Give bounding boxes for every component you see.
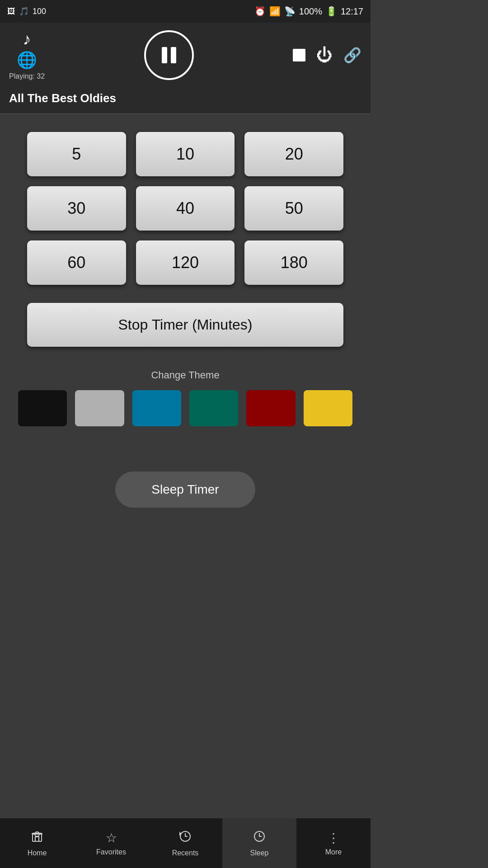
playing-label: Playing: 32	[9, 72, 45, 80]
photo-icon: 🖼	[7, 7, 15, 16]
theme-section: Change Theme	[0, 356, 371, 435]
pause-bar-right	[171, 47, 176, 63]
power-icon[interactable]: ⏻	[316, 46, 333, 65]
status-right-icons: ⏰ 📶 📡 100% 🔋 12:17	[254, 6, 363, 17]
theme-swatch-teal[interactable]	[189, 390, 238, 426]
theme-swatch-gray[interactable]	[75, 390, 124, 426]
header-right: ⏻ 🔗	[293, 46, 361, 65]
recents-icon	[178, 830, 192, 846]
stop-timer-button[interactable]: Stop Timer (Minutes)	[27, 303, 343, 347]
nav-recents-label: Recents	[172, 849, 199, 857]
svg-rect-3	[32, 833, 42, 835]
theme-swatch-yellow[interactable]	[304, 390, 352, 426]
theme-swatch-blue[interactable]	[132, 390, 181, 426]
nav-sleep[interactable]: Sleep	[222, 818, 296, 868]
music-note-icon[interactable]: ♪	[23, 30, 31, 49]
nav-favorites[interactable]: ☆ Favorites	[74, 818, 148, 868]
station-name: All The Best Oldies	[9, 91, 116, 105]
header-center	[144, 30, 194, 80]
pause-button[interactable]	[144, 30, 194, 80]
wifi-icon: 📶	[269, 6, 281, 17]
timer-btn-30[interactable]: 30	[27, 186, 126, 231]
timer-btn-180[interactable]: 180	[244, 241, 343, 285]
nav-recents[interactable]: Recents	[148, 818, 222, 868]
home-icon	[30, 830, 44, 846]
pause-bar-left	[162, 47, 167, 63]
timer-btn-40[interactable]: 40	[136, 186, 235, 231]
battery-icon: 🔋	[326, 6, 337, 17]
more-icon: ⋮	[327, 830, 340, 845]
theme-swatch-black[interactable]	[18, 390, 67, 426]
stop-timer-label: Stop Timer (Minutes)	[118, 316, 253, 333]
status-left-icons: 🖼 🎵 100	[7, 6, 46, 16]
sleep-icon	[253, 830, 266, 846]
timer-grid: 5102030405060120180	[0, 114, 371, 294]
header-left: ♪ 🌐 Playing: 32	[9, 30, 45, 80]
nav-home-label: Home	[28, 849, 47, 857]
nav-favorites-label: Favorites	[96, 848, 126, 856]
timer-btn-10[interactable]: 10	[136, 132, 235, 176]
favorites-icon: ☆	[106, 830, 117, 845]
station-title: All The Best Oldies	[0, 87, 371, 114]
svg-rect-1	[35, 837, 39, 841]
bottom-nav: Home ☆ Favorites Recents Sleep ⋮ More	[0, 818, 371, 868]
nav-more[interactable]: ⋮ More	[296, 818, 371, 868]
status-bar: 🖼 🎵 100 ⏰ 📶 📡 100% 🔋 12:17	[0, 0, 371, 23]
theme-swatch-red[interactable]	[246, 390, 295, 426]
globe-icon[interactable]: 🌐	[17, 51, 37, 70]
signal-icon: 📡	[284, 6, 296, 17]
battery-count: 100	[33, 7, 46, 16]
battery-percent: 100%	[299, 6, 322, 17]
player-header: ♪ 🌐 Playing: 32 ⏻ 🔗	[0, 23, 371, 87]
timer-btn-60[interactable]: 60	[27, 241, 126, 285]
nav-sleep-label: Sleep	[250, 849, 269, 857]
theme-colors	[18, 390, 352, 426]
sleep-timer-label: Sleep Timer	[151, 482, 219, 496]
sleep-timer-button[interactable]: Sleep Timer	[115, 472, 255, 508]
nav-home[interactable]: Home	[0, 818, 74, 868]
pause-icon	[162, 47, 176, 63]
stop-icon[interactable]	[293, 49, 305, 61]
theme-label: Change Theme	[18, 369, 352, 381]
clock-time: 12:17	[341, 6, 363, 17]
timer-btn-50[interactable]: 50	[244, 186, 343, 231]
sleep-timer-container: Sleep Timer	[0, 435, 371, 526]
timer-btn-20[interactable]: 20	[244, 132, 343, 176]
timer-btn-120[interactable]: 120	[136, 241, 235, 285]
nav-more-label: More	[325, 848, 342, 856]
alarm-icon: ⏰	[254, 6, 266, 17]
share-icon[interactable]: 🔗	[343, 47, 361, 64]
timer-btn-5[interactable]: 5	[27, 132, 126, 176]
app-icon: 🎵	[19, 6, 29, 16]
